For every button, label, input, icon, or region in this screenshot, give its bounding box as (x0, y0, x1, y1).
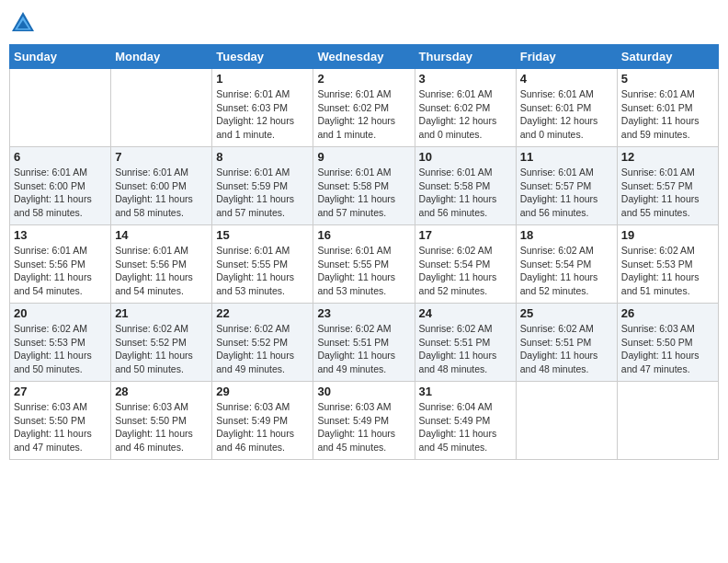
day-number: 5 (621, 72, 714, 86)
logo (9, 9, 40, 37)
calendar-body: 1Sunrise: 6:01 AMSunset: 6:03 PMDaylight… (10, 69, 719, 460)
calendar-cell: 25Sunrise: 6:02 AMSunset: 5:51 PMDayligh… (516, 304, 617, 382)
day-info: Sunrise: 6:02 AMSunset: 5:54 PMDaylight:… (419, 244, 512, 298)
day-info: Sunrise: 6:01 AMSunset: 6:03 PMDaylight:… (216, 87, 309, 142)
calendar-cell: 22Sunrise: 6:02 AMSunset: 5:52 PMDayligh… (212, 304, 313, 382)
calendar-cell: 26Sunrise: 6:03 AMSunset: 5:50 PMDayligh… (617, 304, 718, 382)
day-info: Sunrise: 6:01 AMSunset: 6:02 PMDaylight:… (419, 87, 512, 142)
calendar-cell: 6Sunrise: 6:01 AMSunset: 6:00 PMDaylight… (10, 147, 111, 225)
calendar-cell: 30Sunrise: 6:03 AMSunset: 5:49 PMDayligh… (313, 382, 415, 460)
calendar-cell: 19Sunrise: 6:02 AMSunset: 5:53 PMDayligh… (617, 225, 718, 304)
day-number: 1 (216, 72, 309, 86)
day-info: Sunrise: 6:01 AMSunset: 5:58 PMDaylight:… (317, 166, 410, 220)
calendar-cell (617, 382, 718, 460)
day-info: Sunrise: 6:01 AMSunset: 5:58 PMDaylight:… (419, 166, 512, 220)
day-info: Sunrise: 6:02 AMSunset: 5:51 PMDaylight:… (419, 322, 512, 376)
calendar-cell: 29Sunrise: 6:03 AMSunset: 5:49 PMDayligh… (212, 382, 313, 460)
day-info: Sunrise: 6:01 AMSunset: 6:00 PMDaylight:… (115, 166, 208, 220)
calendar-cell: 24Sunrise: 6:02 AMSunset: 5:51 PMDayligh… (415, 304, 516, 382)
weekday-header-friday: Friday (516, 45, 617, 69)
day-number: 25 (520, 306, 613, 320)
calendar-week-3: 13Sunrise: 6:01 AMSunset: 5:56 PMDayligh… (10, 225, 719, 304)
day-info: Sunrise: 6:02 AMSunset: 5:52 PMDaylight:… (115, 322, 208, 376)
day-number: 24 (419, 306, 512, 320)
day-number: 20 (14, 306, 107, 320)
day-info: Sunrise: 6:01 AMSunset: 5:56 PMDaylight:… (14, 244, 107, 298)
day-number: 15 (216, 228, 309, 242)
day-info: Sunrise: 6:02 AMSunset: 5:51 PMDaylight:… (520, 322, 613, 376)
day-info: Sunrise: 6:04 AMSunset: 5:49 PMDaylight:… (419, 400, 512, 454)
day-info: Sunrise: 6:01 AMSunset: 5:59 PMDaylight:… (216, 166, 309, 220)
day-number: 2 (317, 72, 410, 86)
day-info: Sunrise: 6:02 AMSunset: 5:53 PMDaylight:… (621, 244, 714, 298)
day-number: 10 (419, 150, 512, 164)
weekday-header-saturday: Saturday (617, 45, 718, 69)
day-number: 16 (317, 228, 410, 242)
calendar-cell: 2Sunrise: 6:01 AMSunset: 6:02 PMDaylight… (313, 69, 415, 147)
weekday-header-wednesday: Wednesday (313, 45, 415, 69)
day-number: 3 (419, 72, 512, 86)
calendar-cell: 21Sunrise: 6:02 AMSunset: 5:52 PMDayligh… (111, 304, 212, 382)
day-number: 17 (419, 228, 512, 242)
calendar-cell: 28Sunrise: 6:03 AMSunset: 5:50 PMDayligh… (111, 382, 212, 460)
calendar-cell (10, 69, 111, 147)
calendar-cell: 3Sunrise: 6:01 AMSunset: 6:02 PMDaylight… (415, 69, 516, 147)
day-number: 9 (317, 150, 410, 164)
calendar-week-2: 6Sunrise: 6:01 AMSunset: 6:00 PMDaylight… (10, 147, 719, 225)
calendar-cell: 18Sunrise: 6:02 AMSunset: 5:54 PMDayligh… (516, 225, 617, 304)
weekday-header-thursday: Thursday (415, 45, 516, 69)
day-info: Sunrise: 6:02 AMSunset: 5:52 PMDaylight:… (216, 322, 309, 376)
day-number: 22 (216, 306, 309, 320)
calendar-week-4: 20Sunrise: 6:02 AMSunset: 5:53 PMDayligh… (10, 304, 719, 382)
day-number: 8 (216, 150, 309, 164)
calendar-cell: 4Sunrise: 6:01 AMSunset: 6:01 PMDaylight… (516, 69, 617, 147)
day-info: Sunrise: 6:01 AMSunset: 6:01 PMDaylight:… (621, 87, 714, 142)
day-info: Sunrise: 6:01 AMSunset: 5:55 PMDaylight:… (216, 244, 309, 298)
weekday-header-tuesday: Tuesday (212, 45, 313, 69)
calendar-cell: 13Sunrise: 6:01 AMSunset: 5:56 PMDayligh… (10, 225, 111, 304)
day-info: Sunrise: 6:01 AMSunset: 6:02 PMDaylight:… (317, 87, 410, 142)
calendar-cell: 5Sunrise: 6:01 AMSunset: 6:01 PMDaylight… (617, 69, 718, 147)
day-number: 21 (115, 306, 208, 320)
day-number: 29 (216, 385, 309, 398)
day-number: 31 (419, 385, 512, 398)
calendar-cell (111, 69, 212, 147)
day-info: Sunrise: 6:03 AMSunset: 5:49 PMDaylight:… (317, 400, 410, 454)
day-number: 6 (14, 150, 107, 164)
day-info: Sunrise: 6:01 AMSunset: 5:57 PMDaylight:… (621, 166, 714, 220)
calendar-cell: 15Sunrise: 6:01 AMSunset: 5:55 PMDayligh… (212, 225, 313, 304)
page-header (9, 9, 719, 37)
calendar-cell: 31Sunrise: 6:04 AMSunset: 5:49 PMDayligh… (415, 382, 516, 460)
day-info: Sunrise: 6:03 AMSunset: 5:50 PMDaylight:… (115, 400, 208, 454)
day-number: 14 (115, 228, 208, 242)
day-number: 7 (115, 150, 208, 164)
calendar-cell: 8Sunrise: 6:01 AMSunset: 5:59 PMDaylight… (212, 147, 313, 225)
day-number: 23 (317, 306, 410, 320)
calendar-cell: 11Sunrise: 6:01 AMSunset: 5:57 PMDayligh… (516, 147, 617, 225)
day-info: Sunrise: 6:01 AMSunset: 5:56 PMDaylight:… (115, 244, 208, 298)
day-info: Sunrise: 6:02 AMSunset: 5:53 PMDaylight:… (14, 322, 107, 376)
calendar-cell: 23Sunrise: 6:02 AMSunset: 5:51 PMDayligh… (313, 304, 415, 382)
calendar-header: SundayMondayTuesdayWednesdayThursdayFrid… (10, 45, 719, 69)
calendar-cell: 20Sunrise: 6:02 AMSunset: 5:53 PMDayligh… (10, 304, 111, 382)
day-info: Sunrise: 6:03 AMSunset: 5:50 PMDaylight:… (14, 400, 107, 454)
calendar-cell: 17Sunrise: 6:02 AMSunset: 5:54 PMDayligh… (415, 225, 516, 304)
calendar-cell: 12Sunrise: 6:01 AMSunset: 5:57 PMDayligh… (617, 147, 718, 225)
calendar-week-1: 1Sunrise: 6:01 AMSunset: 6:03 PMDaylight… (10, 69, 719, 147)
day-number: 11 (520, 150, 613, 164)
calendar-table: SundayMondayTuesdayWednesdayThursdayFrid… (9, 44, 719, 460)
calendar-cell (516, 382, 617, 460)
logo-icon (9, 9, 37, 37)
day-number: 18 (520, 228, 613, 242)
day-info: Sunrise: 6:01 AMSunset: 5:57 PMDaylight:… (520, 166, 613, 220)
day-number: 12 (621, 150, 714, 164)
weekday-header-row: SundayMondayTuesdayWednesdayThursdayFrid… (10, 45, 719, 69)
day-info: Sunrise: 6:02 AMSunset: 5:51 PMDaylight:… (317, 322, 410, 376)
day-info: Sunrise: 6:01 AMSunset: 5:55 PMDaylight:… (317, 244, 410, 298)
calendar-cell: 14Sunrise: 6:01 AMSunset: 5:56 PMDayligh… (111, 225, 212, 304)
weekday-header-sunday: Sunday (10, 45, 111, 69)
day-info: Sunrise: 6:01 AMSunset: 6:00 PMDaylight:… (14, 166, 107, 220)
calendar-cell: 1Sunrise: 6:01 AMSunset: 6:03 PMDaylight… (212, 69, 313, 147)
calendar-cell: 16Sunrise: 6:01 AMSunset: 5:55 PMDayligh… (313, 225, 415, 304)
day-number: 19 (621, 228, 714, 242)
